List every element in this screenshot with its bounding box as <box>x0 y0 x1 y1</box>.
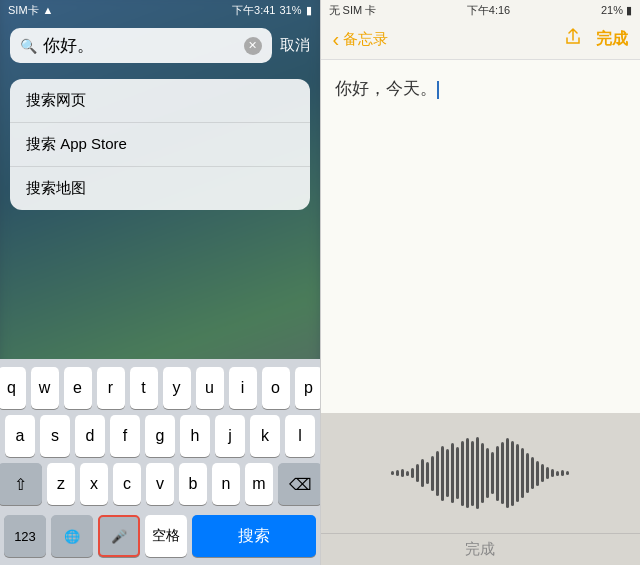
key-mic[interactable]: 🎤 <box>98 515 140 557</box>
globe-icon: 🌐 <box>64 529 80 544</box>
keyboard-row-1: q w e r t y u i o p <box>4 367 316 409</box>
keyboard-bottom-row: 123 🌐 🎤 空格 搜索 <box>0 515 320 565</box>
key-l[interactable]: l <box>285 415 315 457</box>
notes-nav-bar: ‹ 备忘录 完成 <box>321 20 641 60</box>
status-carrier-right: 无 SIM 卡 <box>329 3 377 18</box>
search-bar-container: 🔍 你好。 ✕ 取消 <box>0 20 320 71</box>
right-panel: 无 SIM 卡 下午4:16 21% ▮ ‹ 备忘录 完成 你好，今天。 <box>321 0 641 565</box>
key-r[interactable]: r <box>97 367 125 409</box>
battery-icon-right: ▮ <box>626 4 632 16</box>
key-u[interactable]: u <box>196 367 224 409</box>
search-icon: 🔍 <box>20 38 37 54</box>
key-k[interactable]: k <box>250 415 280 457</box>
wifi-icon: ▲ <box>43 4 54 16</box>
voice-recording-area <box>321 413 641 533</box>
keyboard-rows: q w e r t y u i o p a s d f g h j k <box>0 359 320 515</box>
search-input-text[interactable]: 你好。 <box>43 34 238 57</box>
clear-icon: ✕ <box>248 39 257 52</box>
key-w[interactable]: w <box>31 367 59 409</box>
notes-actions: 完成 <box>564 28 628 51</box>
key-n[interactable]: n <box>212 463 240 505</box>
key-shift[interactable]: ⇧ <box>0 463 42 505</box>
key-e[interactable]: e <box>64 367 92 409</box>
key-y[interactable]: y <box>163 367 191 409</box>
status-left-info: SIM卡 ▲ <box>8 3 53 18</box>
notes-share-button[interactable] <box>564 28 582 51</box>
suggestion-web[interactable]: 搜索网页 <box>10 79 310 123</box>
time-label: 下午3:41 <box>232 3 275 18</box>
key-g[interactable]: g <box>145 415 175 457</box>
waveform <box>381 437 579 509</box>
status-bar-right: 无 SIM 卡 下午4:16 21% ▮ <box>321 0 641 20</box>
key-z[interactable]: z <box>47 463 75 505</box>
suggestions-list: 搜索网页 搜索 App Store 搜索地图 <box>10 79 310 210</box>
notes-done-button[interactable]: 完成 <box>596 29 628 50</box>
keyboard: q w e r t y u i o p a s d f g h j k <box>0 359 320 565</box>
search-bar[interactable]: 🔍 你好。 ✕ <box>10 28 272 63</box>
key-a[interactable]: a <box>5 415 35 457</box>
key-b[interactable]: b <box>179 463 207 505</box>
key-o[interactable]: o <box>262 367 290 409</box>
keyboard-row-3: ⇧ z x c v b n m ⌫ <box>4 463 316 505</box>
key-p[interactable]: p <box>295 367 320 409</box>
back-chevron-icon: ‹ <box>333 28 340 51</box>
voice-done-button[interactable]: 完成 <box>465 540 495 559</box>
key-f[interactable]: f <box>110 415 140 457</box>
status-battery-right: 21% ▮ <box>601 4 632 17</box>
key-globe[interactable]: 🌐 <box>51 515 93 557</box>
key-q[interactable]: q <box>0 367 26 409</box>
key-delete[interactable]: ⌫ <box>278 463 320 505</box>
left-panel: SIM卡 ▲ 下午3:41 31% ▮ 🔍 你好。 ✕ 取消 搜索网页 搜索 A… <box>0 0 320 565</box>
battery-label: 31% <box>279 4 301 16</box>
suggestion-appstore[interactable]: 搜索 App Store <box>10 123 310 167</box>
key-123[interactable]: 123 <box>4 515 46 557</box>
key-i[interactable]: i <box>229 367 257 409</box>
search-clear-button[interactable]: ✕ <box>244 37 262 55</box>
key-space[interactable]: 空格 <box>145 515 187 557</box>
note-text: 你好，今天。 <box>335 79 437 98</box>
key-j[interactable]: j <box>215 415 245 457</box>
text-cursor <box>437 81 439 99</box>
status-bar-left: SIM卡 ▲ 下午3:41 31% ▮ <box>0 0 320 20</box>
key-h[interactable]: h <box>180 415 210 457</box>
battery-icon: ▮ <box>306 4 312 17</box>
cancel-button[interactable]: 取消 <box>280 36 310 55</box>
key-x[interactable]: x <box>80 463 108 505</box>
key-search[interactable]: 搜索 <box>192 515 317 557</box>
waveform-bar <box>391 471 394 475</box>
keyboard-row-2: a s d f g h j k l <box>4 415 316 457</box>
key-t[interactable]: t <box>130 367 158 409</box>
voice-done-row: 完成 <box>321 533 641 565</box>
notes-content-area[interactable]: 你好，今天。 <box>321 60 641 413</box>
notes-back-label: 备忘录 <box>343 30 388 49</box>
key-d[interactable]: d <box>75 415 105 457</box>
key-c[interactable]: c <box>113 463 141 505</box>
carrier-label: SIM卡 <box>8 3 39 18</box>
key-v[interactable]: v <box>146 463 174 505</box>
status-time-right: 下午4:16 <box>467 3 510 18</box>
status-right-info: 下午3:41 31% ▮ <box>232 3 311 18</box>
suggestion-maps[interactable]: 搜索地图 <box>10 167 310 210</box>
notes-back-button[interactable]: ‹ 备忘录 <box>333 28 389 51</box>
key-m[interactable]: m <box>245 463 273 505</box>
mic-icon: 🎤 <box>111 529 127 544</box>
key-s[interactable]: s <box>40 415 70 457</box>
